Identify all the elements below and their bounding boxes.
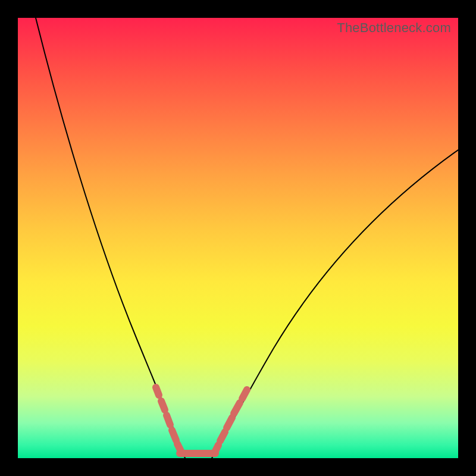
svg-line-7 [227,418,232,428]
curve-left [36,18,185,458]
svg-line-1 [161,401,165,410]
chart-svg [18,18,458,458]
left-beads [156,387,182,453]
svg-line-6 [220,432,225,441]
plot-area: TheBottleneck.com [18,18,458,458]
svg-line-4 [177,444,182,453]
outer-frame: TheBottleneck.com [0,0,476,476]
watermark-label: TheBottleneck.com [337,20,451,36]
svg-line-5 [214,445,218,453]
svg-line-0 [156,387,159,395]
svg-line-8 [234,403,240,414]
right-beads [214,390,247,453]
curve-right [212,150,458,458]
svg-line-3 [172,430,176,440]
svg-line-2 [167,415,170,425]
svg-line-9 [242,390,247,399]
